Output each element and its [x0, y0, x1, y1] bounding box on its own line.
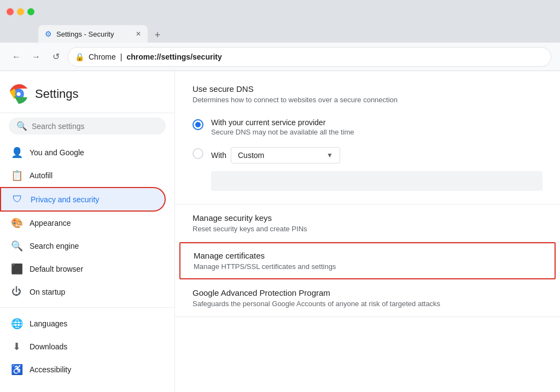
radio-option-custom[interactable]: With Custom ▼ — [192, 142, 542, 169]
search-input[interactable] — [32, 122, 158, 131]
traffic-lights — [7, 8, 34, 15]
globe-icon: 🌐 — [11, 318, 22, 330]
browser-icon: ⬛ — [11, 263, 22, 275]
sidebar: Settings 🔍 👤 You and Google 📋 Autofill 🛡… — [0, 71, 175, 392]
security-keys-title: Manage security keys — [192, 213, 542, 223]
svg-point-4 — [16, 92, 20, 96]
new-tab-button[interactable]: + — [150, 27, 165, 43]
tab-bar: ⚙ Settings - Security ✕ + — [0, 23, 560, 43]
palette-icon: 🎨 — [11, 217, 22, 229]
sidebar-item-label: Accessibility — [30, 365, 71, 374]
sidebar-item-search-engine[interactable]: 🔍 Search engine — [0, 235, 166, 258]
search-bar[interactable]: 🔍 — [9, 118, 166, 134]
sidebar-item-label: Default browser — [30, 265, 83, 273]
accessibility-icon: ♿ — [11, 364, 22, 376]
sidebar-item-you-google[interactable]: 👤 You and Google — [0, 141, 166, 164]
autofill-icon: 📋 — [11, 169, 22, 182]
custom-dropdown-row: With Custom ▼ — [211, 147, 340, 163]
google-protection-item[interactable]: Google Advanced Protection Program Safeg… — [175, 279, 560, 317]
radio-current-provider-text: With your current service provider Secur… — [211, 118, 354, 136]
active-tab[interactable]: ⚙ Settings - Security ✕ — [38, 25, 148, 43]
sidebar-item-label: Autofill — [30, 171, 52, 180]
tab-title: Settings - Security — [56, 30, 114, 38]
sidebar-item-label: Privacy and security — [31, 195, 99, 204]
maximize-button[interactable] — [27, 8, 34, 15]
power-icon: ⏻ — [11, 286, 22, 297]
sidebar-item-on-startup[interactable]: ⏻ On startup — [0, 280, 166, 303]
minimize-button[interactable] — [17, 8, 24, 15]
sidebar-item-languages[interactable]: 🌐 Languages — [0, 312, 166, 335]
sidebar-nav: 👤 You and Google 📋 Autofill 🛡 Privacy an… — [0, 141, 174, 381]
download-icon: ⬇ — [11, 341, 22, 353]
url-separator: | — [120, 52, 122, 61]
with-label: With — [211, 151, 226, 160]
chrome-logo — [9, 84, 28, 104]
chevron-down-icon: ▼ — [326, 151, 333, 159]
secure-dns-section: Use secure DNS Determines how to connect… — [175, 71, 560, 204]
url-bar[interactable]: 🔒 Chrome | chrome://settings/security — [68, 47, 551, 67]
sidebar-item-autofill[interactable]: 📋 Autofill — [0, 164, 166, 187]
main-layout: Settings 🔍 👤 You and Google 📋 Autofill 🛡… — [0, 71, 560, 392]
title-bar — [0, 0, 560, 23]
sidebar-item-label: Search engine — [30, 242, 79, 250]
manage-certificates-desc: Manage HTTPS/SSL certificates and settin… — [194, 262, 541, 271]
tab-close-button[interactable]: ✕ — [136, 30, 141, 38]
radio-custom-content: With Custom ▼ — [211, 147, 340, 163]
manage-certificates-item[interactable]: Manage certificates Manage HTTPS/SSL cer… — [179, 242, 556, 279]
sidebar-item-label: Appearance — [30, 219, 71, 227]
settings-title: Settings — [35, 87, 79, 101]
radio-custom[interactable] — [192, 148, 203, 159]
secure-dns-title: Use secure DNS — [192, 84, 542, 93]
manage-certificates-title: Manage certificates — [194, 251, 541, 260]
address-bar: ← → ↺ 🔒 Chrome | chrome://settings/secur… — [0, 43, 560, 71]
reload-button[interactable]: ↺ — [48, 49, 63, 65]
custom-dns-input-area — [211, 171, 542, 191]
sidebar-item-downloads[interactable]: ⬇ Downloads — [0, 335, 166, 358]
sidebar-item-label: Downloads — [30, 342, 67, 351]
back-button[interactable]: ← — [9, 49, 24, 65]
magnifier-icon: 🔍 — [11, 240, 22, 252]
google-protection-title: Google Advanced Protection Program — [192, 288, 542, 297]
sidebar-divider — [0, 307, 174, 308]
google-protection-desc: Safeguards the personal Google Accounts … — [192, 300, 542, 308]
sidebar-item-label: Languages — [30, 319, 67, 328]
forward-button[interactable]: → — [28, 49, 44, 65]
shield-icon: 🛡 — [12, 194, 23, 205]
tab-settings-icon: ⚙ — [45, 30, 52, 38]
radio-current-provider[interactable] — [192, 119, 203, 130]
dropdown-value: Custom — [238, 151, 264, 160]
person-icon: 👤 — [11, 147, 22, 159]
secure-dns-desc: Determines how to connect to websites ov… — [192, 96, 542, 104]
content-area: Use secure DNS Determines how to connect… — [175, 71, 560, 392]
sidebar-item-accessibility[interactable]: ♿ Accessibility — [0, 358, 166, 381]
sidebar-item-label: On startup — [30, 288, 65, 296]
radio-selected-indicator — [195, 122, 201, 127]
security-keys-item[interactable]: Manage security keys Reset security keys… — [175, 204, 560, 242]
sidebar-item-label: You and Google — [30, 148, 84, 157]
sidebar-item-default-browser[interactable]: ⬛ Default browser — [0, 258, 166, 280]
search-icon: 🔍 — [16, 121, 27, 131]
settings-header: Settings — [0, 80, 174, 113]
radio-current-provider-sublabel: Secure DNS may not be available all the … — [211, 128, 354, 136]
close-button[interactable] — [7, 8, 14, 15]
security-keys-desc: Reset security keys and create PINs — [192, 225, 542, 233]
custom-dropdown[interactable]: Custom ▼ — [231, 147, 340, 163]
url-brand: Chrome — [89, 52, 116, 61]
secure-icon: 🔒 — [75, 52, 84, 61]
sidebar-item-privacy-security[interactable]: 🛡 Privacy and security — [0, 187, 166, 212]
radio-current-provider-label: With your current service provider — [211, 118, 354, 127]
url-path: chrome://settings/security — [126, 52, 221, 61]
radio-option-current-provider[interactable]: With your current service provider Secur… — [192, 113, 542, 142]
sidebar-item-appearance[interactable]: 🎨 Appearance — [0, 212, 166, 235]
